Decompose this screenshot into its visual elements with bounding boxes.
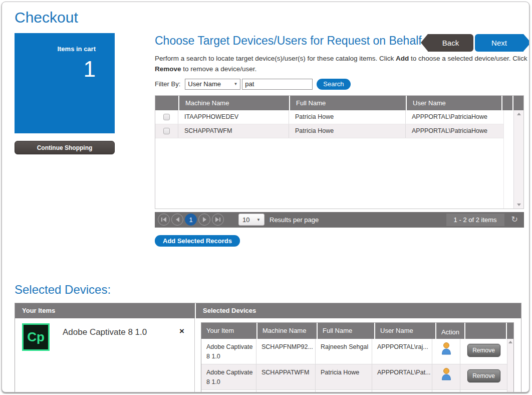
request-heading: Choose Target Devices/Users for Request … xyxy=(155,33,425,49)
user-name-cell: APPPORTAL\PatriciaHowe xyxy=(406,124,503,138)
row-checkbox[interactable] xyxy=(163,114,170,120)
page-title: Checkout xyxy=(15,9,529,26)
close-icon[interactable]: × xyxy=(179,326,184,336)
table-row: Adobe Captivate 8 1.0 SCHAPFNMP92... Raj… xyxy=(201,339,507,364)
spacer-column-header xyxy=(502,96,512,110)
selected-devices-table-panel: Your Item Machine Name Full Name User Na… xyxy=(195,318,521,392)
scrollbar-column-header xyxy=(507,323,513,339)
previous-page-button[interactable] xyxy=(171,214,183,226)
next-button[interactable]: Next xyxy=(475,34,523,52)
cart-label: Items in cart xyxy=(15,45,96,53)
back-button-label: Back xyxy=(442,39,459,47)
results-range-label: 1 - 2 of 2 items xyxy=(446,214,504,226)
table-row xyxy=(201,390,507,392)
next-page-button[interactable] xyxy=(198,214,210,226)
user-icon xyxy=(441,342,452,355)
full-name-cell: Patricia Howe xyxy=(289,110,406,124)
request-section: Choose Target Devices/Users for Request … xyxy=(155,33,529,247)
your-item-column-header[interactable]: Your Item xyxy=(201,323,256,339)
last-page-icon xyxy=(219,218,220,222)
wizard-nav: Back Next xyxy=(421,34,529,52)
machine-name-column-header[interactable]: Machine Name xyxy=(179,96,289,110)
page-size-select[interactable]: 10 ▼ xyxy=(238,214,264,226)
next-button-label: Next xyxy=(491,39,507,47)
table-row: Adobe Captivate 8 1.0 SCHAPPATWFM Patric… xyxy=(201,364,507,390)
selected-devices-table: Your Item Machine Name Full Name User Na… xyxy=(201,322,514,392)
first-page-button[interactable] xyxy=(158,214,170,226)
results-table: Machine Name Full Name User Name ITAAPPH… xyxy=(155,95,524,209)
selected-devices-table-header: Your Item Machine Name Full Name User Na… xyxy=(201,323,513,339)
chevron-down-icon: ▼ xyxy=(256,218,260,222)
results-scrollbar[interactable] xyxy=(513,110,523,209)
user-name-column-header[interactable]: User Name xyxy=(375,323,435,339)
remove-button[interactable]: Remove xyxy=(467,344,500,357)
full-name-cell: Patricia Howe xyxy=(289,124,406,138)
instructions-part: to choose a selected device/user. Click xyxy=(409,55,527,62)
page-size-value: 10 xyxy=(242,216,256,224)
previous-page-icon xyxy=(176,217,179,222)
back-button[interactable]: Back xyxy=(428,34,473,52)
last-page-icon xyxy=(215,217,219,222)
user-name-column-header[interactable]: User Name xyxy=(407,96,501,110)
selected-devices-rows: Adobe Captivate 8 1.0 SCHAPFNMP92... Raj… xyxy=(201,339,507,392)
instructions-remove-keyword: Remove xyxy=(155,65,181,73)
instructions-part: to remove a device/user. xyxy=(181,65,257,73)
filter-by-label: Filter By: xyxy=(155,80,180,88)
scroll-up-icon[interactable] xyxy=(517,113,521,115)
machine-name-column-header[interactable]: Machine Name xyxy=(257,323,317,339)
full-name-column-header[interactable]: Full Name xyxy=(318,323,374,339)
table-row[interactable]: ITAAPPHOWEDEV Patricia Howe APPPORTAL\Pa… xyxy=(155,110,503,124)
instructions-add-keyword: Add xyxy=(396,55,409,62)
remove-button[interactable]: Remove xyxy=(467,369,500,382)
full-name-column-header[interactable]: Full Name xyxy=(290,96,406,110)
action-cell xyxy=(432,339,460,364)
add-selected-records-button[interactable]: Add Selected Records xyxy=(155,235,240,247)
remove-column-header xyxy=(465,323,506,339)
machine-name-cell: SCHAPPATWFM xyxy=(256,364,316,389)
first-page-icon xyxy=(161,218,162,222)
table-row[interactable]: SCHAPPATWFM Patricia Howe APPPORTAL\Patr… xyxy=(155,124,503,138)
cart-summary: Items in cart 1 xyxy=(15,33,115,133)
your-items-panel: Cp Adobe Captivate 8 1.0 × xyxy=(15,318,195,392)
user-name-cell: APPPORTAL\raj... xyxy=(372,339,432,364)
checkout-page: Checkout Items in cart 1 Continue Shoppi… xyxy=(2,2,529,392)
filter-by-selected-option: User Name xyxy=(188,80,233,88)
last-page-button[interactable] xyxy=(212,214,224,226)
filter-by-select[interactable]: User Name ▼ xyxy=(185,79,240,90)
first-page-icon xyxy=(163,217,166,222)
machine-name-cell: ITAAPPHOWEDEV xyxy=(178,110,289,124)
adobe-captivate-icon: Cp xyxy=(22,323,50,351)
continue-shopping-button[interactable]: Continue Shopping xyxy=(15,141,115,154)
results-per-page-label: Results per page xyxy=(270,216,319,224)
full-name-cell: Rajneesh Sehgal xyxy=(316,339,372,364)
cart-item-name: Adobe Captivate 8 1.0 xyxy=(63,327,179,337)
spacer-column xyxy=(503,110,513,209)
page-number-button[interactable]: 1 xyxy=(185,214,197,226)
your-item-cell: Adobe Captivate 8 1.0 xyxy=(201,364,256,389)
next-page-icon xyxy=(203,217,206,222)
cart-column: Items in cart 1 Continue Shopping xyxy=(15,33,115,247)
instructions-part: Perform a search to locate target device… xyxy=(155,55,396,62)
instructions-text: Perform a search to locate target device… xyxy=(155,54,528,75)
machine-name-cell: SCHAPPATWFM xyxy=(178,124,289,138)
scrollbar-column-header xyxy=(513,96,523,110)
row-checkbox[interactable] xyxy=(163,128,170,134)
user-name-cell: APPPORTAL\PatriciaHowe xyxy=(406,110,503,124)
search-input[interactable] xyxy=(242,79,313,90)
devices-scrollbar[interactable] xyxy=(507,339,513,392)
filter-row: Filter By: User Name ▼ Search xyxy=(155,79,528,90)
results-rows: ITAAPPHOWEDEV Patricia Howe APPPORTAL\Pa… xyxy=(155,110,503,209)
selected-devices-panel-header: Selected Devices xyxy=(196,303,521,318)
selected-devices-heading: Selected Devices: xyxy=(15,283,529,297)
search-button[interactable]: Search xyxy=(317,79,350,90)
refresh-icon[interactable]: ↻ xyxy=(511,216,518,224)
your-item-cell: Adobe Captivate 8 1.0 xyxy=(201,339,256,364)
full-name-cell: Patricia Howe xyxy=(316,364,372,389)
cart-count: 1 xyxy=(15,57,96,82)
select-column-header xyxy=(155,96,178,110)
your-items-header: Your Items xyxy=(15,303,195,318)
pagination-bar: 1 10 ▼ Results per page 1 - 2 of 2 items… xyxy=(155,212,524,228)
scroll-down-icon[interactable] xyxy=(517,204,521,206)
action-column-header: Action xyxy=(436,323,464,339)
scroll-up-icon[interactable] xyxy=(508,341,512,343)
